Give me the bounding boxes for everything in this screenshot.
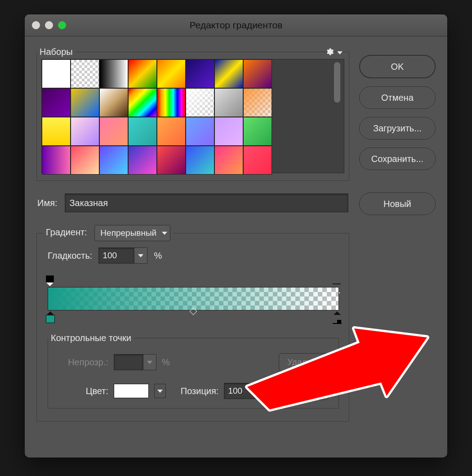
preset-swatch[interactable] (157, 117, 186, 146)
presets-fieldset: Наборы (36, 47, 349, 181)
new-button[interactable]: Новый (359, 193, 436, 215)
preset-swatch[interactable] (42, 59, 71, 88)
preset-swatch[interactable] (99, 59, 128, 88)
chevron-down-icon (147, 361, 152, 364)
opacity-label: Непрозр.: (59, 357, 108, 368)
preset-swatch[interactable] (71, 117, 99, 146)
color-picker-dropdown[interactable] (154, 384, 166, 398)
preset-swatch[interactable] (71, 146, 99, 175)
opacity-unit: % (162, 357, 170, 368)
gradient-type-value: Непрерывный (100, 228, 156, 238)
chevron-down-icon (138, 254, 143, 257)
chevron-down-icon (157, 390, 163, 393)
window-controls (32, 21, 66, 29)
color-delete-button[interactable]: Удалить (279, 382, 329, 400)
gear-icon[interactable] (325, 47, 342, 58)
preset-swatch[interactable] (128, 146, 157, 175)
preset-swatch[interactable] (157, 59, 186, 88)
preset-swatch[interactable] (99, 117, 128, 146)
smoothness-input[interactable] (98, 247, 134, 264)
preset-swatch[interactable] (71, 59, 99, 88)
preset-swatch[interactable] (42, 88, 71, 117)
preset-grid (41, 59, 344, 173)
window-title: Редактор градиентов (190, 20, 283, 31)
gradient-strip[interactable] (48, 287, 339, 310)
gradient-type-select[interactable]: Непрерывный (94, 225, 170, 241)
action-buttons: OK Отмена Загрузить... Сохранить... Новы… (359, 47, 436, 446)
color-stop-start[interactable] (46, 311, 55, 323)
titlebar: Редактор градиентов (25, 14, 447, 36)
preset-swatch[interactable] (186, 59, 214, 88)
preset-swatch[interactable] (99, 146, 128, 175)
preset-swatch[interactable] (186, 88, 214, 117)
preset-swatch[interactable] (243, 117, 272, 146)
preset-scrollbar[interactable] (334, 62, 340, 103)
preset-swatch[interactable] (186, 117, 214, 146)
opacity-stepper (143, 354, 156, 370)
smoothness-stepper[interactable] (134, 247, 147, 264)
preset-swatch[interactable] (186, 146, 214, 175)
gradient-type-label: Градиент: (46, 227, 87, 237)
maximize-window-button[interactable] (58, 21, 66, 29)
preset-swatch[interactable] (157, 146, 186, 175)
gradient-preview[interactable] (48, 275, 339, 323)
opacity-stop-start[interactable] (46, 275, 54, 285)
load-button[interactable]: Загрузить... (359, 117, 436, 139)
gradient-fieldset: Градиент: Непрерывный Гладкость: (36, 225, 349, 422)
ok-button[interactable]: OK (359, 55, 436, 78)
name-input[interactable] (65, 193, 348, 212)
preset-swatch[interactable] (243, 88, 272, 117)
stops-fieldset: Контрольные точки Непрозр.: % Пози (48, 333, 339, 409)
preset-swatch[interactable] (42, 117, 71, 146)
preset-swatch[interactable] (157, 88, 186, 117)
preset-swatch[interactable] (243, 59, 272, 88)
color-stop-end[interactable] (333, 303, 342, 323)
preset-swatch[interactable] (214, 88, 243, 117)
color-pos-label: Позиция: (181, 386, 219, 396)
name-label: Имя: (37, 198, 58, 208)
preset-swatch[interactable] (128, 59, 157, 88)
gradient-editor-window: Редактор градиентов Наборы (25, 14, 447, 458)
color-pos-input[interactable] (224, 383, 260, 399)
smoothness-unit: % (154, 251, 162, 261)
color-pos-unit: % (265, 386, 273, 396)
chevron-down-icon (162, 232, 167, 235)
cancel-button[interactable]: Отмена (359, 86, 436, 109)
smoothness-label: Гладкость: (48, 251, 92, 261)
preset-swatch[interactable] (214, 117, 243, 146)
preset-swatch[interactable] (214, 59, 243, 88)
preset-swatch[interactable] (42, 146, 71, 175)
preset-swatch[interactable] (99, 88, 128, 117)
preset-swatch[interactable] (128, 88, 157, 117)
preset-swatch[interactable] (128, 117, 157, 146)
color-swatch[interactable] (114, 384, 149, 398)
stops-legend: Контрольные точки (48, 333, 134, 343)
opacity-input (114, 354, 143, 370)
preset-swatch[interactable] (71, 88, 99, 117)
presets-legend: Наборы (37, 47, 76, 57)
close-window-button[interactable] (32, 21, 40, 29)
opacity-delete-button: Удалить (279, 353, 329, 371)
preset-swatch[interactable] (214, 146, 243, 175)
preset-swatch[interactable] (243, 146, 272, 175)
color-label: Цвет: (59, 386, 108, 396)
save-button[interactable]: Сохранить... (359, 148, 436, 170)
minimize-window-button[interactable] (45, 21, 53, 29)
